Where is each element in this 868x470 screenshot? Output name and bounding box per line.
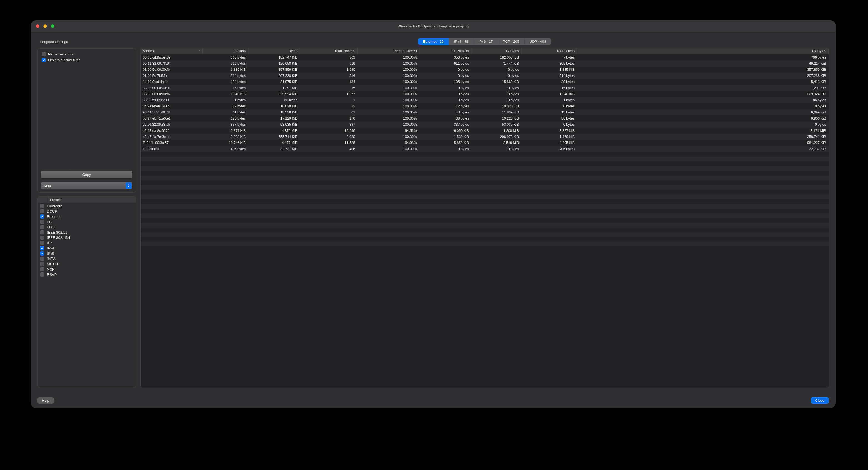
cell-percent-filtered: 100.00% bbox=[358, 55, 419, 61]
column-header-rx-packets[interactable]: Rx Packets bbox=[522, 48, 577, 54]
column-header-bytes[interactable]: Bytes bbox=[248, 48, 300, 54]
table-row-empty bbox=[141, 232, 829, 237]
protocol-label: Bluetooth bbox=[47, 204, 62, 208]
cell-packets: 363 bytes bbox=[203, 55, 248, 61]
protocol-row-rsvp[interactable]: RSVP bbox=[38, 272, 135, 277]
cell-rx-packets: 4,895 KiB bbox=[522, 140, 577, 146]
cell-rx-packets: 0 bytes bbox=[522, 103, 577, 109]
table-row[interactable]: 00:05:cd:9a:b9:8e363 bytes182,747 KiB363… bbox=[141, 55, 829, 61]
cell-packets: 337 bytes bbox=[203, 122, 248, 128]
name-resolution-checkbox[interactable]: Name resolution bbox=[41, 51, 132, 57]
cell-rx-bytes: 207,238 KiB bbox=[577, 73, 829, 79]
protocol-row-ipx[interactable]: IPX bbox=[38, 240, 135, 245]
tab-tcp[interactable]: TCP · 205 bbox=[498, 38, 525, 45]
protocol-column-header: Protocol bbox=[50, 198, 62, 202]
protocol-label: NCP bbox=[47, 267, 55, 271]
endpoint-settings-panel: Name resolution Limit to display filter … bbox=[37, 48, 136, 193]
protocol-row-ncp[interactable]: NCP bbox=[38, 267, 135, 272]
table-row[interactable]: e2:63:da:8c:6f:7f9,877 KiB4,379 MiB10,69… bbox=[141, 128, 829, 134]
protocol-row-dccp[interactable]: DCCP bbox=[38, 209, 135, 214]
table-row[interactable]: 96:44:f7:51:49:7861 bytes18,538 KiB61100… bbox=[141, 109, 829, 115]
cell-total-packets: 514 bbox=[300, 73, 358, 79]
cell-packets: 12 bytes bbox=[203, 103, 248, 109]
table-body[interactable]: 00:05:cd:9a:b9:8e363 bytes182,747 KiB363… bbox=[141, 55, 829, 388]
map-select[interactable]: Map bbox=[41, 182, 132, 190]
protocol-row-fc[interactable]: FC bbox=[38, 219, 135, 225]
protocol-row-ipv4[interactable]: IPv4 bbox=[38, 245, 135, 251]
cell-address: dc:a6:32:06:88:d7 bbox=[141, 122, 203, 128]
protocol-row-fddi[interactable]: FDDI bbox=[38, 225, 135, 230]
cell-packets: 514 bytes bbox=[203, 73, 248, 79]
table-row[interactable]: e2:b7:4a:7e:3c:ad3,008 KiB555,714 KiB3,0… bbox=[141, 134, 829, 140]
cell-total-packets: 176 bbox=[300, 115, 358, 122]
limit-to-display-filter-checkbox[interactable]: Limit to display filter bbox=[41, 57, 132, 63]
close-button[interactable]: Close bbox=[811, 397, 829, 404]
column-header-rx-bytes[interactable]: Rx Bytes bbox=[577, 48, 829, 54]
table-row-empty bbox=[141, 176, 829, 180]
table-row-empty bbox=[141, 204, 829, 209]
protocol-row-mptcp[interactable]: MPTCP bbox=[38, 261, 135, 267]
column-header-packets[interactable]: Packets bbox=[203, 48, 248, 54]
table-row[interactable]: dc:a6:32:06:88:d7337 bytes53,035 KiB3371… bbox=[141, 122, 829, 128]
table-row[interactable]: 01:00:5e:00:00:fb1,885 KiB357,859 KiB1,9… bbox=[141, 67, 829, 73]
protocol-row-ieee-802-11[interactable]: IEEE 802.11 bbox=[38, 230, 135, 235]
protocol-list[interactable]: BluetoothDCCPEthernetFCFDDIIEEE 802.11IE… bbox=[38, 203, 135, 388]
table-row[interactable]: 00:11:32:60:78:9f916 bytes120,658 KiB916… bbox=[141, 61, 829, 67]
help-button[interactable]: Help bbox=[37, 397, 54, 404]
protocol-row-jxta[interactable]: JXTA bbox=[38, 256, 135, 261]
protocol-label: FC bbox=[47, 220, 52, 224]
protocol-row-bluetooth[interactable]: Bluetooth bbox=[38, 203, 135, 209]
cell-address: 14:10:9f:cf:da:cf bbox=[141, 79, 203, 85]
titlebar[interactable]: Wireshark · Endpoints · longtrace.pcapng bbox=[31, 20, 836, 32]
cell-total-packets: 337 bbox=[300, 122, 358, 128]
column-header-tx-bytes[interactable]: Tx Bytes bbox=[471, 48, 522, 54]
endpoints-window: Wireshark · Endpoints · longtrace.pcapng… bbox=[31, 20, 836, 408]
protocol-row-ipv6[interactable]: IPv6 bbox=[38, 251, 135, 256]
protocol-label: RSVP bbox=[47, 272, 57, 277]
table-row[interactable]: 01:00:5e:7f:ff:fa514 bytes207,238 KiB514… bbox=[141, 73, 829, 79]
protocol-row-ieee-802-15-4[interactable]: IEEE 802.15.4 bbox=[38, 235, 135, 240]
cell-tx-bytes: 10,223 KiB bbox=[471, 115, 522, 122]
cell-bytes: 207,238 KiB bbox=[248, 73, 300, 79]
cell-tx-packets: 0 bytes bbox=[419, 73, 471, 79]
cell-rx-bytes: 984,227 KiB bbox=[577, 140, 829, 146]
table-row-empty bbox=[141, 242, 829, 246]
column-header-tx-packets[interactable]: Tx Packets bbox=[419, 48, 471, 54]
table-row[interactable]: 33:33:00:00:00:0115 bytes1,291 KiB15100.… bbox=[141, 85, 829, 91]
cell-packets: 1,540 KiB bbox=[203, 91, 248, 97]
cell-tx-packets: 611 bytes bbox=[419, 61, 471, 67]
tab-ipv6[interactable]: IPv6 · 17 bbox=[473, 38, 498, 45]
column-header-label: Tx Bytes bbox=[505, 49, 519, 53]
table-row[interactable]: b8:27:eb:71:a0:e1176 bytes17,129 KiB1761… bbox=[141, 115, 829, 122]
table-row[interactable]: f0:2f:4b:00:3c:5710,746 KiB4,477 MiB11,5… bbox=[141, 140, 829, 146]
tab-udp[interactable]: UDP · 408 bbox=[525, 38, 551, 45]
checkbox-icon bbox=[40, 204, 44, 208]
cell-rx-bytes: 6,906 KiB bbox=[577, 115, 829, 122]
cell-total-packets: 916 bbox=[300, 61, 358, 67]
copy-button[interactable]: Copy bbox=[41, 171, 132, 178]
cell-address: 96:44:f7:51:49:78 bbox=[141, 109, 203, 115]
column-header-percent-filtered[interactable]: Percent filtered bbox=[358, 48, 419, 54]
cell-tx-bytes: 0 bytes bbox=[471, 146, 522, 152]
tab-ipv4[interactable]: IPv4 · 48 bbox=[449, 38, 473, 45]
cell-percent-filtered: 100.00% bbox=[358, 134, 419, 140]
cell-rx-packets: 3,827 KiB bbox=[522, 128, 577, 134]
cell-rx-bytes: 0 bytes bbox=[577, 122, 829, 128]
table-row[interactable]: 33:33:00:00:00:fb1,540 KiB329,924 KiB1,5… bbox=[141, 91, 829, 97]
column-header-address[interactable]: Address⌃ bbox=[141, 48, 203, 54]
table-row[interactable]: 33:33:ff:00:05:301 bytes86 bytes1100.00%… bbox=[141, 97, 829, 103]
protocol-table-header[interactable]: Protocol bbox=[38, 197, 135, 203]
footer: Help Close bbox=[37, 388, 829, 404]
column-header-total-packets[interactable]: Total Packets bbox=[300, 48, 358, 54]
table-row[interactable]: 3c:2a:f4:eb:19:ed12 bytes10,020 KiB12100… bbox=[141, 103, 829, 109]
cell-tx-bytes: 71,444 KiB bbox=[471, 61, 522, 67]
sidebar-heading: Endpoint Settings bbox=[37, 38, 136, 44]
cell-percent-filtered: 100.00% bbox=[358, 85, 419, 91]
cell-bytes: 53,035 KiB bbox=[248, 122, 300, 128]
cell-rx-packets: 1 bytes bbox=[522, 97, 577, 103]
protocol-row-ethernet[interactable]: Ethernet bbox=[38, 214, 135, 219]
table-row[interactable]: ff:ff:ff:ff:ff:ff406 bytes32,737 KiB4061… bbox=[141, 146, 829, 152]
tab-ethernet[interactable]: Ethernet · 16 bbox=[418, 38, 449, 45]
cell-packets: 3,008 KiB bbox=[203, 134, 248, 140]
table-row[interactable]: 14:10:9f:cf:da:cf134 bytes21,075 KiB1341… bbox=[141, 79, 829, 85]
